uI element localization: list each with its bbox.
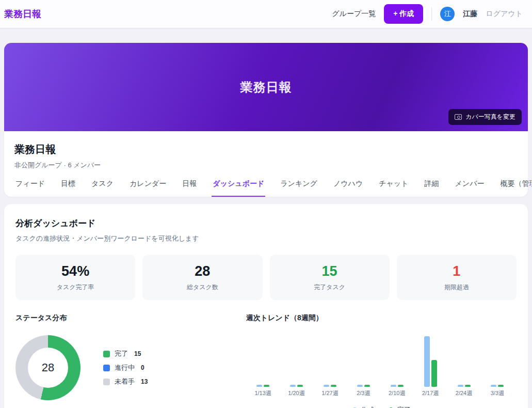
legend-swatch-icon [103,365,110,371]
trend-week-group: 2/10週 [385,335,409,397]
stat-card: 1期限超過 [397,255,517,300]
tab-日報[interactable]: 日報 [181,179,198,197]
stat-card: 54%タスク完了率 [15,255,135,300]
create-button[interactable]: + 作成 [384,4,423,24]
change-cover-label: カバー写真を変更 [465,113,515,121]
trend-week-group: 2/24週 [452,335,476,397]
stat-label: 総タスク数 [142,283,262,292]
trend-week-label: 2/17週 [422,389,439,397]
app-logo[interactable]: 業務日報 [4,8,41,20]
stat-value: 54% [15,263,135,279]
legend-swatch-icon [103,379,110,385]
trend-bar-作成 [256,385,262,387]
trend-legend-item: 完了 [388,405,411,408]
weekly-trend-chart: 1/13週1/20週1/27週2/3週2/10週2/17週2/24週3/3週 作… [246,328,517,408]
header-actions: グループ一覧 + 作成 江 江藤 ログアウト [332,4,523,24]
stats-row: 54%タスク完了率28総タスク数15完了タスク1期限超過 [15,255,517,300]
trend-bars [290,335,303,387]
trend-bar-完了 [297,385,303,387]
stat-label: 期限超過 [397,283,517,292]
trend-bar-作成 [458,385,463,387]
trend-week-label: 2/24週 [456,389,472,397]
tab-ダッシュボード[interactable]: ダッシュボード [212,179,265,197]
trend-week-group: 1/20週 [285,335,309,397]
trend-bar-完了 [398,385,404,387]
header-divider [431,7,432,21]
donut-total: 28 [42,361,54,374]
tab-ノウハウ[interactable]: ノウハウ [332,179,364,197]
user-avatar[interactable]: 江 [440,7,455,21]
stat-value: 1 [397,263,517,279]
trend-bar-作成 [324,385,329,387]
trend-bar-完了 [364,385,370,387]
group-name: 業務日報 [14,143,518,156]
trend-week-group: 1/13週 [251,335,275,397]
legend-label: 進行中 [115,363,135,372]
logout-link[interactable]: ログアウト [486,9,523,19]
tab-チャット[interactable]: チャット [378,179,409,197]
trend-bar-完了 [498,385,504,387]
trend-bar-完了 [331,385,336,387]
status-distribution-section: ステータス分布 28 完了15進行中0未着手13 [15,313,246,408]
trend-week-group: 2/17週 [418,335,442,397]
trend-legend-item: 作成 [352,405,375,408]
legend-value: 0 [141,364,144,371]
user-name: 江藤 [463,9,477,19]
trend-section-title: 週次トレンド（8週間） [246,313,517,323]
trend-week-label: 3/3週 [491,389,504,397]
trend-week-group: 3/3週 [486,335,509,397]
trend-bar-完了 [431,360,437,387]
legend-value: 13 [141,378,148,385]
legend-label: 未着手 [115,377,135,386]
donut-hole: 28 [28,348,68,388]
status-legend-item: 完了15 [103,349,148,358]
trend-week-group: 1/27週 [318,335,342,397]
stat-card: 15完了タスク [270,255,390,300]
trend-bar-作成 [491,385,496,387]
status-legend-item: 未着手13 [103,377,148,386]
tab-フィード[interactable]: フィード [14,179,46,197]
group-list-link[interactable]: グループ一覧 [332,9,376,19]
trend-legend: 作成完了 [246,405,517,408]
stat-value: 15 [270,263,390,279]
stat-value: 28 [142,263,262,279]
change-cover-button[interactable]: カバー写真を変更 [448,109,522,125]
group-card: 業務日報 非公開グループ · 6 メンバー フィード目標タスクカレンダー日報ダッ… [4,131,528,197]
tab-メンバー[interactable]: メンバー [454,179,486,197]
trend-bar-作成 [357,385,363,387]
trend-bar-完了 [264,385,269,387]
trend-bar-完了 [465,385,471,387]
trend-bars [324,335,336,387]
trend-week-label: 2/10週 [389,389,405,397]
trend-bars [391,335,404,387]
tab-詳細[interactable]: 詳細 [424,179,440,197]
tab-タスク[interactable]: タスク [90,179,115,197]
trend-bars [256,335,269,387]
trend-bars [357,335,370,387]
stat-label: 完了タスク [270,283,390,292]
trend-week-group: 2/3週 [351,335,375,397]
dashboard-card: 分析ダッシュボード タスクの進捗状況・メンバー別ワークロードを可視化します 54… [4,204,528,408]
status-donut-wrap: 28 完了15進行中0未着手13 [15,335,246,400]
cover-title: 業務日報 [240,79,292,96]
status-section-title: ステータス分布 [15,313,246,323]
status-legend-item: 進行中0 [103,363,148,372]
stat-card: 28総タスク数 [142,255,262,300]
stat-label: タスク完了率 [15,283,135,292]
trend-week-label: 2/3週 [357,389,370,397]
tab-概要（管理）[interactable]: 概要（管理） [499,179,532,197]
camera-icon [455,114,462,120]
charts-row: ステータス分布 28 完了15進行中0未着手13 週次トレンド（8週間） 1/1… [15,313,517,408]
group-meta: 非公開グループ · 6 メンバー [14,161,518,170]
legend-label: 作成 [361,405,375,408]
weekly-trend-section: 週次トレンド（8週間） 1/13週1/20週1/27週2/3週2/10週2/17… [246,313,517,408]
legend-swatch-icon [103,351,110,357]
legend-label: 完了 [115,349,128,358]
trend-bar-作成 [391,385,396,387]
tab-目標[interactable]: 目標 [60,179,76,197]
tab-ランキング[interactable]: ランキング [279,179,318,197]
tab-カレンダー[interactable]: カレンダー [128,179,167,197]
legend-label: 完了 [397,405,411,408]
trend-bar-作成 [424,336,430,387]
dashboard-title: 分析ダッシュボード [15,217,517,229]
